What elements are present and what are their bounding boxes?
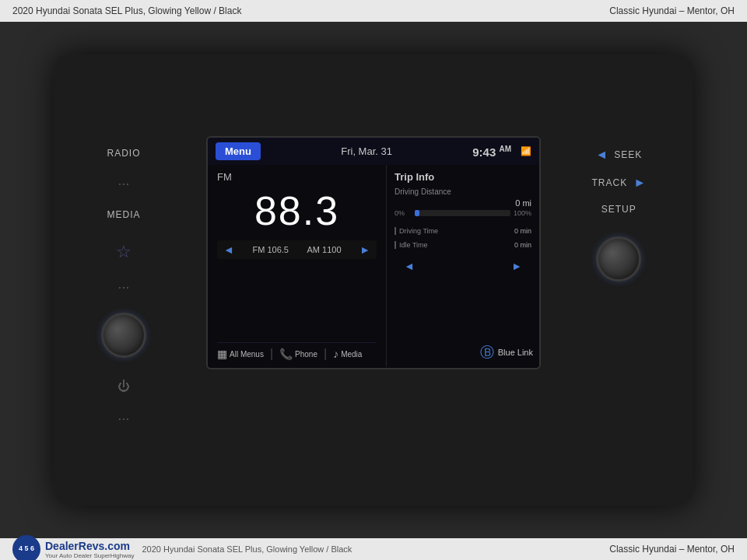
media-item[interactable]: ♪ Media <box>333 348 362 360</box>
all-menus-item[interactable]: ▦ All Menus <box>217 348 264 360</box>
blue-link-icon: Ⓑ <box>480 343 494 362</box>
right-controls: ◄ SEEK TRACK ► SETUP <box>591 148 646 282</box>
bottom-menu-row: ▦ All Menus | 📞 Phone | ♪ Media <box>217 342 377 361</box>
setup-row: SETUP <box>601 204 637 215</box>
progress-row: 0% 100% <box>395 209 531 217</box>
right-knob[interactable] <box>596 236 641 282</box>
logo-circle-icon: 4 5 6 <box>12 535 40 560</box>
screen-date: Fri, Mar. 31 <box>270 145 463 157</box>
bottom-left-label: 2020 Hyundai Sonata SEL Plus, Glowing Ye… <box>142 544 352 554</box>
logo-sub-text: Your Auto Dealer SuperHighway <box>45 552 134 559</box>
radio-band: FM <box>217 171 377 183</box>
radio-label[interactable]: RADIO <box>107 148 140 159</box>
progress-bar <box>415 210 510 216</box>
track-label[interactable]: TRACK <box>591 177 627 188</box>
screen-time: 9:43 AM <box>472 145 511 159</box>
seek-label[interactable]: SEEK <box>614 149 642 160</box>
progress-100-label: 100% <box>514 209 531 217</box>
trip-next-button[interactable]: ► <box>502 258 531 274</box>
volume-knob[interactable] <box>101 313 146 358</box>
nav-fm-label: FM 106.5 <box>252 245 288 254</box>
idle-time-value: 0 min <box>514 241 531 249</box>
radio-nav: ◄ FM 106.5 AM 1100 ► <box>217 240 377 259</box>
nav-am-label: AM 1100 <box>307 245 342 254</box>
nav-left-button[interactable]: ◄ <box>223 243 234 256</box>
driving-time-label: Driving Time <box>399 227 438 235</box>
radio-dots: • • • <box>119 180 129 187</box>
dashboard: RADIO • • • MEDIA ☆ • • • ⏻ • • • Menu F… <box>54 54 693 506</box>
infotainment-screen: Menu Fri, Mar. 31 9:43 AM 📶 FM 88.3 ◄ FM… <box>206 136 541 369</box>
driving-time-row: Driving Time 0 min <box>395 227 531 235</box>
progress-fill <box>415 210 419 216</box>
trip-distance-value: 0 mi <box>395 198 531 208</box>
power-icon[interactable]: ⏻ <box>117 380 130 394</box>
nav-right-button[interactable]: ► <box>359 243 370 256</box>
track-right-icon[interactable]: ► <box>633 176 646 190</box>
driving-distance-label: Driving Distance <box>395 187 531 196</box>
logo-main-text: DealerRevs.com <box>45 540 134 552</box>
idle-time-row: Idle Time 0 min <box>395 241 531 249</box>
music-icon: ♪ <box>333 348 338 360</box>
trip-prev-button[interactable]: ◄ <box>395 258 424 274</box>
idle-time-label: Idle Time <box>399 241 428 249</box>
media-label[interactable]: MEDIA <box>107 209 140 220</box>
screen-header: Menu Fri, Mar. 31 9:43 AM 📶 <box>208 138 539 165</box>
favorite-star-icon[interactable]: ☆ <box>116 242 132 262</box>
top-bar-right: Classic Hyundai – Mentor, OH <box>609 5 735 16</box>
media-dots: • • • <box>119 284 129 291</box>
top-bar-left: 2020 Hyundai Sonata SEL Plus, Glowing Ye… <box>12 5 241 16</box>
track-row: TRACK ► <box>591 176 646 190</box>
phone-icon: 📞 <box>279 348 293 360</box>
seek-left-icon[interactable]: ◄ <box>595 148 608 162</box>
menu-button[interactable]: Menu <box>216 142 261 160</box>
trip-panel: Trip Info Driving Distance 0 mi 0% 100% <box>387 165 539 367</box>
top-bar: 2020 Hyundai Sonata SEL Plus, Glowing Ye… <box>0 0 747 22</box>
power-dots: • • • <box>119 415 129 422</box>
driving-time-value: 0 min <box>514 227 531 235</box>
signal-icon: 📶 <box>521 146 531 156</box>
progress-0-label: 0% <box>395 209 412 217</box>
all-menus-label: All Menus <box>230 350 264 359</box>
all-menus-icon: ▦ <box>217 348 227 360</box>
dealer-logo: 4 5 6 DealerRevs.com Your Auto Dealer Su… <box>12 535 134 560</box>
logo-text-area: DealerRevs.com Your Auto Dealer SuperHig… <box>45 540 134 559</box>
radio-frequency: 88.3 <box>217 187 377 234</box>
main-content: RADIO • • • MEDIA ☆ • • • ⏻ • • • Menu F… <box>0 22 747 538</box>
blue-link-area[interactable]: Ⓑ Blue Link <box>480 343 533 362</box>
media-menu-label: Media <box>341 350 362 359</box>
setup-label[interactable]: SETUP <box>601 204 637 215</box>
bottom-bar: 4 5 6 DealerRevs.com Your Auto Dealer Su… <box>0 538 747 560</box>
trip-nav-row: ◄ ► <box>395 258 531 274</box>
phone-label: Phone <box>295 350 317 359</box>
trip-section-distance: Driving Distance 0 mi 0% 100% <box>395 187 531 219</box>
trip-info-title: Trip Info <box>395 171 531 183</box>
radio-panel: FM 88.3 ◄ FM 106.5 AM 1100 ► ▦ All Menus <box>208 165 387 367</box>
screen-body: FM 88.3 ◄ FM 106.5 AM 1100 ► ▦ All Menus <box>208 165 539 367</box>
phone-item[interactable]: 📞 Phone <box>279 348 317 360</box>
blue-link-label: Blue Link <box>498 348 533 357</box>
seek-row: ◄ SEEK <box>595 148 642 162</box>
bottom-left: 4 5 6 DealerRevs.com Your Auto Dealer Su… <box>12 535 352 560</box>
left-controls: RADIO • • • MEDIA ☆ • • • ⏻ • • • <box>101 148 146 422</box>
bottom-right-label: Classic Hyundai – Mentor, OH <box>609 544 735 555</box>
